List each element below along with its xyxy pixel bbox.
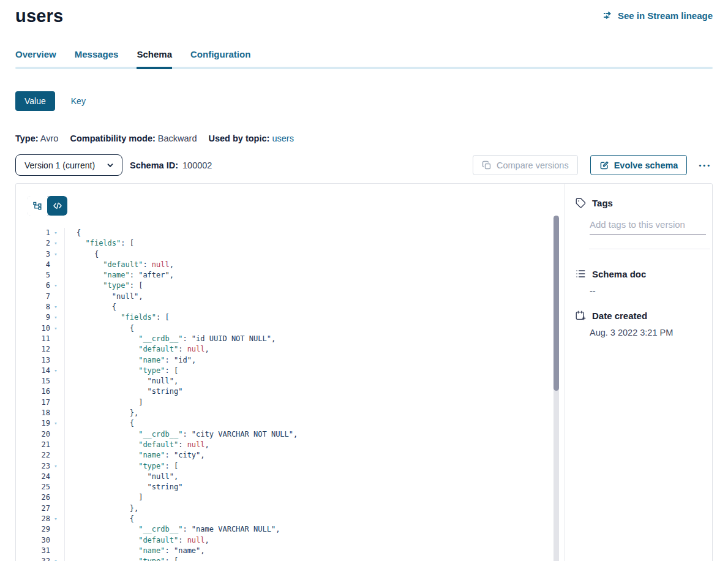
fold-gutter — [50, 270, 61, 280]
value-tab-button[interactable]: Value — [15, 91, 55, 111]
lineage-link-label: See in Stream lineage — [618, 10, 713, 21]
code-text: "default": null, — [65, 440, 209, 450]
key-tab-link[interactable]: Key — [71, 96, 86, 106]
fold-toggle-icon[interactable]: ▾ — [50, 312, 61, 323]
code-scrollbar-thumb[interactable] — [554, 216, 559, 391]
compatibility-meta: Compatibility mode: Backward — [70, 134, 197, 143]
schema-doc-title: Schema doc — [592, 269, 646, 279]
see-in-stream-lineage-link[interactable]: See in Stream lineage — [602, 10, 713, 21]
code-text: "name": "after", — [65, 270, 174, 280]
code-text: { — [65, 302, 116, 312]
line-number: 4 — [27, 260, 50, 270]
code-line: 12 "default": null, — [27, 344, 565, 355]
fold-toggle-icon[interactable]: ▾ — [50, 514, 61, 524]
code-lines: 1▾{2▾ "fields": [3▾ {4 "default": null,5… — [27, 228, 565, 561]
tags-title: Tags — [592, 198, 613, 208]
fold-gutter — [50, 482, 61, 492]
fold-toggle-icon[interactable]: ▾ — [50, 418, 61, 429]
line-number: 25 — [27, 482, 50, 492]
line-number: 18 — [27, 408, 50, 418]
fold-gutter — [50, 535, 61, 546]
value-key-toggle: Value Key — [15, 91, 713, 111]
fold-toggle-icon[interactable]: ▾ — [50, 249, 61, 260]
version-select[interactable]: Version 1 (current) — [15, 154, 122, 176]
tag-icon — [575, 197, 586, 208]
version-controls-row: Version 1 (current) Schema ID: 100002 Co… — [15, 154, 713, 176]
code-line: 21 "default": null, — [27, 440, 565, 450]
line-number: 13 — [27, 355, 50, 366]
code-view-button[interactable] — [47, 196, 67, 216]
tabs: OverviewMessagesSchemaConfiguration — [15, 49, 713, 67]
code-line: 26 ] — [27, 492, 565, 503]
line-number: 6 — [27, 280, 50, 291]
fold-gutter — [50, 503, 61, 514]
tab-overview[interactable]: Overview — [15, 49, 56, 67]
fold-toggle-icon[interactable]: ▾ — [50, 228, 61, 238]
fold-toggle-icon[interactable]: ▾ — [50, 461, 61, 472]
tab-messages[interactable]: Messages — [75, 49, 119, 67]
schema-sidebar: Tags — [565, 184, 712, 561]
code-text: "string" — [65, 482, 182, 492]
fold-toggle-icon[interactable]: ▾ — [50, 280, 61, 291]
date-created-section: Date created Aug. 3 2022 3:21 PM — [575, 310, 705, 337]
code-line: 22 "name": "city", — [27, 450, 565, 461]
line-number: 9 — [27, 312, 50, 323]
fold-gutter — [50, 429, 61, 440]
line-number: 7 — [27, 292, 50, 302]
code-text: { — [65, 323, 134, 334]
tags-section: Tags — [575, 197, 705, 249]
code-text: "null", — [65, 472, 178, 482]
code-line: 4 "default": null, — [27, 260, 565, 270]
fold-toggle-icon[interactable]: ▾ — [50, 366, 61, 376]
page-header: users See in Stream lineage — [15, 0, 713, 26]
line-number: 16 — [27, 386, 50, 397]
fold-gutter — [50, 260, 61, 270]
fold-toggle-icon[interactable]: ▾ — [50, 323, 61, 334]
schema-id-label: Schema ID: — [130, 160, 178, 170]
used-by-topic-link[interactable]: users — [272, 134, 293, 143]
code-text: "null", — [65, 376, 178, 386]
line-number: 15 — [27, 376, 50, 386]
line-number: 17 — [27, 397, 50, 408]
more-options-button[interactable]: ••• — [697, 159, 713, 171]
code-text: "__crdb__": "city VARCHAR NOT NULL", — [65, 429, 298, 440]
type-value: Avro — [40, 134, 59, 143]
code-line: 13 "name": "id", — [27, 355, 565, 366]
line-number: 32 — [27, 556, 50, 561]
code-line: 1▾{ — [27, 228, 565, 238]
code-scrollbar-track[interactable] — [554, 216, 559, 561]
code-view-icon — [53, 201, 62, 211]
line-number: 5 — [27, 270, 50, 280]
compare-icon — [482, 160, 492, 170]
fold-gutter — [50, 440, 61, 450]
code-text: { — [65, 514, 134, 524]
code-text: "__crdb__": "name VARCHAR NULL", — [65, 524, 280, 535]
line-number: 29 — [27, 524, 50, 535]
line-number: 3 — [27, 249, 50, 260]
stream-lineage-icon — [602, 10, 614, 21]
fold-toggle-icon[interactable]: ▾ — [50, 556, 61, 561]
add-tags-input[interactable] — [590, 217, 706, 235]
fold-toggle-icon[interactable]: ▾ — [50, 302, 61, 312]
schema-doc-section: Schema doc -- — [575, 268, 705, 296]
code-text: "type": [ — [65, 280, 143, 291]
evolve-schema-button[interactable]: Evolve schema — [590, 155, 688, 175]
fold-toggle-icon[interactable]: ▾ — [50, 238, 61, 249]
schema-doc-value: -- — [590, 286, 705, 296]
tab-schema[interactable]: Schema — [137, 49, 172, 67]
fold-gutter — [50, 376, 61, 386]
fold-gutter — [50, 344, 61, 355]
code-text: "null", — [65, 292, 143, 302]
schema-view-toggle — [27, 196, 67, 216]
compatibility-label: Compatibility mode: — [70, 134, 155, 143]
tab-active-indicator — [137, 67, 172, 69]
code-line: 17 ] — [27, 397, 565, 408]
tab-configuration[interactable]: Configuration — [190, 49, 250, 67]
code-line: 16 "string" — [27, 386, 565, 397]
fold-gutter — [50, 546, 61, 556]
tree-view-button[interactable] — [27, 196, 47, 216]
line-number: 27 — [27, 503, 50, 514]
tabs-wrap: OverviewMessagesSchemaConfiguration — [15, 49, 713, 69]
tree-view-icon — [32, 201, 42, 211]
compare-versions-button[interactable]: Compare versions — [473, 155, 578, 175]
